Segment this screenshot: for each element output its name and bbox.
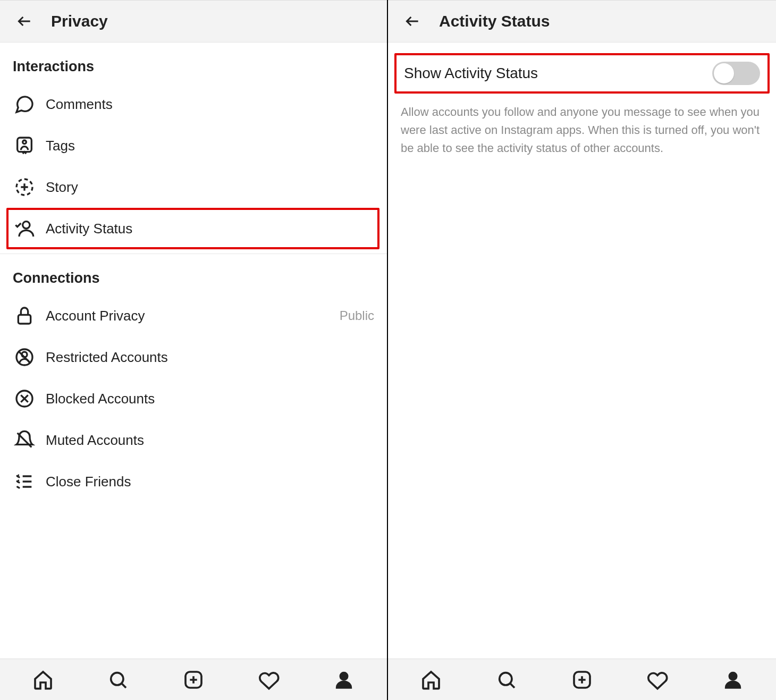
menu-label: Comments xyxy=(46,96,374,113)
toggle-knob xyxy=(714,63,734,83)
svg-point-3 xyxy=(23,222,30,229)
privacy-content: Interactions Comments Tags Story xyxy=(0,43,387,659)
search-icon xyxy=(107,669,129,690)
nav-home[interactable] xyxy=(30,667,56,693)
menu-item-activity-status[interactable]: Activity Status xyxy=(6,208,379,249)
nav-activity[interactable] xyxy=(256,667,282,693)
menu-label: Account Privacy xyxy=(46,308,340,324)
menu-label: Blocked Accounts xyxy=(46,391,374,407)
bottom-nav xyxy=(388,659,776,700)
home-icon xyxy=(32,669,54,690)
menu-item-comments[interactable]: Comments xyxy=(0,83,387,125)
menu-label: Story xyxy=(46,179,374,196)
menu-item-restricted-accounts[interactable]: Restricted Accounts xyxy=(0,336,387,378)
home-icon xyxy=(420,669,442,690)
menu-item-close-friends[interactable]: Close Friends xyxy=(0,461,387,502)
restricted-icon xyxy=(13,345,36,369)
menu-label: Activity Status xyxy=(46,221,377,237)
menu-item-tags[interactable]: Tags xyxy=(0,125,387,166)
nav-profile[interactable] xyxy=(331,667,357,693)
activity-status-screen: Activity Status Show Activity Status All… xyxy=(388,0,776,700)
back-button[interactable] xyxy=(13,10,36,33)
svg-point-10 xyxy=(341,672,348,679)
menu-value: Public xyxy=(340,308,374,323)
header: Activity Status xyxy=(388,0,776,43)
page-title: Activity Status xyxy=(439,12,550,30)
privacy-screen: Privacy Interactions Comments Tags xyxy=(0,0,388,700)
menu-label: Muted Accounts xyxy=(46,432,374,449)
add-post-icon xyxy=(183,669,204,690)
blocked-icon xyxy=(13,387,36,410)
toggle-description: Allow accounts you follow and anyone you… xyxy=(388,96,776,157)
header: Privacy xyxy=(0,0,387,43)
profile-icon xyxy=(722,669,744,690)
heart-icon xyxy=(258,669,280,690)
menu-item-story[interactable]: Story xyxy=(0,166,387,208)
back-arrow-icon xyxy=(16,13,33,30)
add-post-icon xyxy=(571,669,593,690)
activity-status-content: Show Activity Status Allow accounts you … xyxy=(388,43,776,659)
svg-point-1 xyxy=(23,140,27,144)
back-button[interactable] xyxy=(401,10,424,33)
svg-rect-4 xyxy=(18,315,30,324)
toggle-label: Show Activity Status xyxy=(404,65,538,82)
menu-item-muted-accounts[interactable]: Muted Accounts xyxy=(0,419,387,461)
profile-icon xyxy=(333,669,355,690)
story-icon xyxy=(13,175,36,199)
activity-status-toggle[interactable] xyxy=(712,62,760,85)
back-arrow-icon xyxy=(404,13,421,30)
bottom-nav xyxy=(0,659,387,700)
menu-label: Tags xyxy=(46,138,374,154)
nav-add[interactable] xyxy=(569,667,595,693)
menu-item-blocked-accounts[interactable]: Blocked Accounts xyxy=(0,378,387,419)
svg-point-13 xyxy=(729,672,736,679)
nav-search[interactable] xyxy=(493,667,520,693)
search-icon xyxy=(496,669,517,690)
menu-label: Restricted Accounts xyxy=(46,349,374,366)
nav-home[interactable] xyxy=(418,667,444,693)
menu-item-account-privacy[interactable]: Account Privacy Public xyxy=(0,295,387,336)
show-activity-status-row[interactable]: Show Activity Status xyxy=(394,53,770,94)
nav-activity[interactable] xyxy=(644,667,671,693)
svg-point-8 xyxy=(111,672,123,685)
page-title: Privacy xyxy=(51,12,108,30)
lock-icon xyxy=(13,304,36,327)
section-title-connections: Connections xyxy=(0,254,387,295)
tag-icon xyxy=(13,134,36,157)
close-friends-icon xyxy=(13,470,36,493)
activity-status-icon xyxy=(13,217,36,240)
comment-icon xyxy=(13,92,36,116)
nav-add[interactable] xyxy=(180,667,207,693)
nav-search[interactable] xyxy=(105,667,131,693)
section-title-interactions: Interactions xyxy=(0,43,387,83)
nav-profile[interactable] xyxy=(720,667,746,693)
svg-point-11 xyxy=(500,672,512,685)
menu-label: Close Friends xyxy=(46,474,374,490)
heart-icon xyxy=(647,669,668,690)
muted-icon xyxy=(13,428,36,452)
